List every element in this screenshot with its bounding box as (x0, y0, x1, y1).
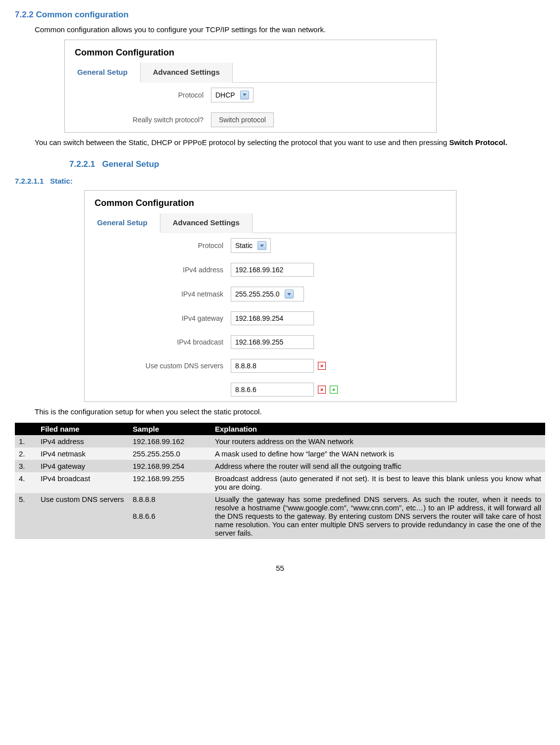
table-header-row: Filed name Sample Explanation (15, 423, 545, 435)
subsubsection-heading: 7.2.2.1.1 Static: (15, 177, 545, 185)
cell-num: 2. (15, 447, 37, 460)
row-dns-1: Use custom DNS servers 8.8.8.8 × (85, 354, 456, 378)
row-ipv4-address: IPv4 address 192.168.99.162 (85, 258, 456, 282)
page-number: 55 (15, 564, 545, 572)
cell-field: IPv4 netmask (37, 447, 129, 460)
ipv4-netmask-select[interactable]: 255.255.255.0 (231, 287, 304, 301)
header-sample: Sample (129, 423, 211, 435)
table-row: 1. IPv4 address 192.168.99.162 Your rout… (15, 435, 545, 447)
ipv4-broadcast-input[interactable]: 192.168.99.255 (231, 335, 314, 349)
section-title: Common configuration (36, 10, 129, 19)
cell-field: IPv4 broadcast (37, 472, 129, 493)
cell-sample: 192.168.99.162 (129, 435, 211, 447)
section-number: 7.2.2 (15, 10, 34, 19)
label-protocol: Protocol (85, 242, 231, 249)
row-dns-2: 8.8.6.6 × + (85, 378, 456, 401)
row-protocol: Protocol Static (85, 233, 456, 258)
protocol-value: Static (235, 242, 253, 249)
protocol-value: DHCP (215, 91, 235, 99)
dns-input-2[interactable]: 8.8.6.6 (231, 383, 314, 397)
add-icon[interactable]: + (330, 386, 338, 394)
cell-expl: Your routers address on the WAN network (211, 435, 545, 447)
table-row: 5. Use custom DNS servers 8.8.8.8 8.8.6.… (15, 493, 545, 539)
cell-expl: Usually the gateway has some predefined … (211, 493, 545, 539)
delete-icon[interactable]: × (318, 386, 326, 394)
netmask-value: 255.255.255.0 (235, 290, 280, 298)
switch-protocol-bold: Switch Protocol. (449, 138, 508, 147)
cell-num: 3. (15, 460, 37, 472)
delete-icon[interactable]: × (318, 362, 326, 370)
cell-sample: 192.168.99.255 (129, 472, 211, 493)
dns-input-1[interactable]: 8.8.8.8 (231, 359, 314, 373)
label-ipv4-address: IPv4 address (85, 266, 231, 274)
header-blank (15, 423, 37, 435)
section-heading: 7.2.2 Common configuration (15, 10, 545, 20)
cell-sample: 255.255.255.0 (129, 447, 211, 460)
ipv4-address-input[interactable]: 192.168.99.162 (231, 263, 314, 277)
header-explanation: Explanation (211, 423, 545, 435)
row-ipv4-broadcast: IPv4 broadcast 192.168.99.255 (85, 330, 456, 354)
subsection-number: 7.2.2.1 (69, 159, 95, 169)
screenshot-dhcp-panel: Common Configuration General Setup Advan… (64, 40, 437, 133)
panel-title: Common Configuration (85, 191, 456, 213)
subsection-title: General Setup (102, 159, 159, 169)
row-ipv4-gateway: IPv4 gateway 192.168.99.254 (85, 306, 456, 330)
label-ipv4-gateway: IPv4 gateway (85, 314, 231, 322)
table-row: 2. IPv4 netmask 255.255.255.0 A mask use… (15, 447, 545, 460)
panel-title: Common Configuration (65, 40, 436, 63)
cell-num: 5. (15, 493, 37, 539)
switch-protocol-button[interactable]: Switch protocol (211, 112, 274, 127)
cell-field: Use custom DNS servers (37, 493, 129, 539)
screenshot-static-panel: Common Configuration General Setup Advan… (84, 190, 457, 402)
tab-general-setup[interactable]: General Setup (65, 63, 141, 83)
table-row: 4. IPv4 broadcast 192.168.99.255 Broadca… (15, 472, 545, 493)
subsubsection-number: 7.2.2.1.1 (15, 177, 44, 185)
subsubsection-title: Static: (50, 177, 73, 185)
tab-advanced-settings[interactable]: Advanced Settings (141, 63, 233, 83)
cell-field: IPv4 gateway (37, 460, 129, 472)
switch-text: You can switch between the Static, DHCP … (35, 138, 449, 147)
cell-sample: 8.8.8.8 8.8.6.6 (129, 493, 211, 539)
label-dns: Use custom DNS servers (85, 362, 231, 370)
tab-advanced-settings[interactable]: Advanced Settings (160, 213, 253, 233)
field-explanation-table: Filed name Sample Explanation 1. IPv4 ad… (15, 423, 545, 539)
cell-num: 4. (15, 472, 37, 493)
chevron-down-icon (285, 290, 294, 298)
row-ipv4-netmask: IPv4 netmask 255.255.255.0 (85, 282, 456, 306)
cell-expl: A mask used to define how “large” the WA… (211, 447, 545, 460)
protocol-select[interactable]: Static (231, 238, 271, 253)
label-switch: Really switch protocol? (65, 116, 211, 124)
section-intro: Common configuration allows you to confi… (35, 25, 545, 35)
label-ipv4-netmask: IPv4 netmask (85, 290, 231, 298)
header-field: Filed name (37, 423, 129, 435)
chevron-down-icon (257, 241, 266, 250)
cell-num: 1. (15, 435, 37, 447)
label-ipv4-broadcast: IPv4 broadcast (85, 338, 231, 346)
ipv4-gateway-input[interactable]: 192.168.99.254 (231, 311, 314, 325)
subsection-heading: 7.2.2.1 General Setup (69, 159, 545, 169)
tabs: General Setup Advanced Settings (85, 213, 456, 233)
cell-expl: Broadcast address (auto generated if not… (211, 472, 545, 493)
panel2-caption: This is the configuration setup for when… (35, 407, 545, 417)
cell-field: IPv4 address (37, 435, 129, 447)
cell-expl: Address where the router will send all t… (211, 460, 545, 472)
chevron-down-icon (240, 91, 249, 99)
tab-general-setup[interactable]: General Setup (85, 213, 160, 233)
switch-explanation: You can switch between the Static, DHCP … (15, 138, 545, 148)
protocol-select[interactable]: DHCP (211, 88, 254, 102)
row-switch-protocol: Really switch protocol? Switch protocol (65, 107, 436, 132)
label-protocol: Protocol (65, 91, 211, 99)
table-row: 3. IPv4 gateway 192.168.99.254 Address w… (15, 460, 545, 472)
row-protocol: Protocol DHCP (65, 83, 436, 107)
tabs: General Setup Advanced Settings (65, 63, 436, 83)
cell-sample: 192.168.99.254 (129, 460, 211, 472)
